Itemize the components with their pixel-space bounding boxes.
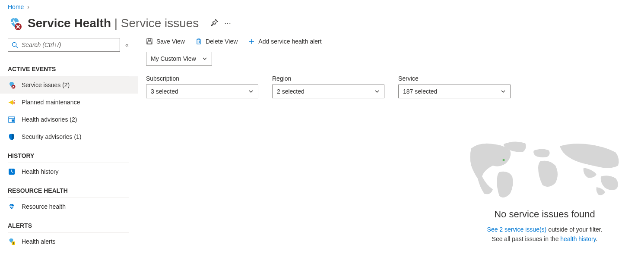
- sidebar-item-health-advisories[interactable]: Health advisories (2): [0, 111, 138, 128]
- section-alerts: ALERTS: [8, 219, 129, 233]
- chevron-down-icon: [202, 56, 207, 61]
- svg-point-1: [12, 42, 16, 46]
- world-map: [463, 135, 627, 204]
- nav-label: Service issues (2): [22, 82, 70, 88]
- nav-label: Health advisories (2): [22, 116, 77, 123]
- delete-view-button[interactable]: Delete View: [195, 38, 238, 45]
- health-alerts-icon: [8, 238, 16, 245]
- plus-icon: [248, 38, 255, 45]
- chevron-down-icon: [374, 89, 380, 94]
- add-alert-button[interactable]: Add service health alert: [248, 38, 321, 45]
- sidebar-item-planned-maintenance[interactable]: Planned maintenance: [0, 94, 138, 111]
- breadcrumb-home[interactable]: Home: [8, 3, 24, 10]
- more-button[interactable]: ⋯: [224, 19, 232, 28]
- filter-bar: Subscription 3 selected Region 2 selecte…: [146, 75, 636, 98]
- subscription-label: Subscription: [146, 75, 258, 82]
- collapse-sidebar-button[interactable]: «: [125, 41, 129, 48]
- sidebar-item-service-issues[interactable]: Service issues (2): [0, 76, 138, 94]
- chevron-down-icon: [501, 89, 506, 94]
- svg-rect-11: [148, 42, 151, 44]
- nav-label: Security advisories (1): [22, 133, 82, 140]
- help-line-1: See 2 service issue(s) outside of your f…: [463, 226, 627, 233]
- trash-icon: [195, 38, 202, 45]
- result-area: No service issues found See 2 service is…: [463, 135, 627, 245]
- search-icon: [12, 42, 18, 48]
- service-health-icon: [8, 16, 22, 30]
- page-header: Service Health | Service issues ⋯: [0, 12, 644, 38]
- toolbar: Save View Delete View Add service health…: [146, 38, 636, 45]
- shield-icon: [8, 133, 16, 141]
- region-label: Region: [272, 75, 384, 82]
- page-title: Service Health | Service issues: [28, 16, 199, 30]
- no-issues-heading: No service issues found: [463, 209, 627, 220]
- svg-line-2: [16, 46, 18, 47]
- section-history: HISTORY: [8, 149, 129, 163]
- health-history-link[interactable]: health history: [560, 235, 596, 242]
- nav-label: Resource health: [22, 203, 66, 210]
- save-icon: [146, 38, 153, 45]
- sidebar-item-health-history[interactable]: Health history: [0, 163, 138, 180]
- sidebar-item-resource-health[interactable]: Resource health: [0, 198, 138, 215]
- service-dropdown[interactable]: 187 selected: [398, 85, 511, 98]
- save-view-button[interactable]: Save View: [146, 38, 185, 45]
- sidebar: « ACTIVE EVENTS Service issues (2) Plann…: [0, 38, 138, 250]
- chevron-down-icon: [248, 89, 254, 94]
- view-selector[interactable]: My Custom View: [146, 52, 212, 66]
- megaphone-icon: [8, 98, 16, 106]
- chevron-right-icon: ›: [27, 3, 29, 10]
- nav-label: Health history: [22, 168, 59, 175]
- help-line-2: See all past issues in the health histor…: [463, 235, 627, 242]
- svg-rect-10: [148, 39, 151, 41]
- service-label: Service: [398, 75, 511, 82]
- svg-point-12: [503, 159, 505, 161]
- see-issues-link[interactable]: See 2 service issue(s): [487, 226, 547, 233]
- pin-button[interactable]: [211, 19, 218, 28]
- sidebar-item-health-alerts[interactable]: Health alerts: [0, 233, 138, 250]
- region-dropdown[interactable]: 2 selected: [272, 85, 384, 98]
- nav-label: Planned maintenance: [22, 99, 80, 106]
- section-resource-health: RESOURCE HEALTH: [8, 184, 129, 198]
- nav-label: Health alerts: [22, 238, 56, 245]
- service-issues-icon: [8, 81, 16, 89]
- section-active-events: ACTIVE EVENTS: [8, 62, 129, 76]
- heart-pulse-icon: [8, 203, 16, 210]
- svg-rect-6: [12, 119, 14, 122]
- search-box[interactable]: [8, 38, 120, 52]
- subscription-dropdown[interactable]: 3 selected: [146, 85, 258, 98]
- search-input[interactable]: [22, 41, 116, 48]
- sidebar-item-security-advisories[interactable]: Security advisories (1): [0, 128, 138, 145]
- breadcrumb: Home ›: [0, 0, 644, 12]
- calendar-icon: [8, 116, 16, 123]
- history-icon: [8, 168, 16, 176]
